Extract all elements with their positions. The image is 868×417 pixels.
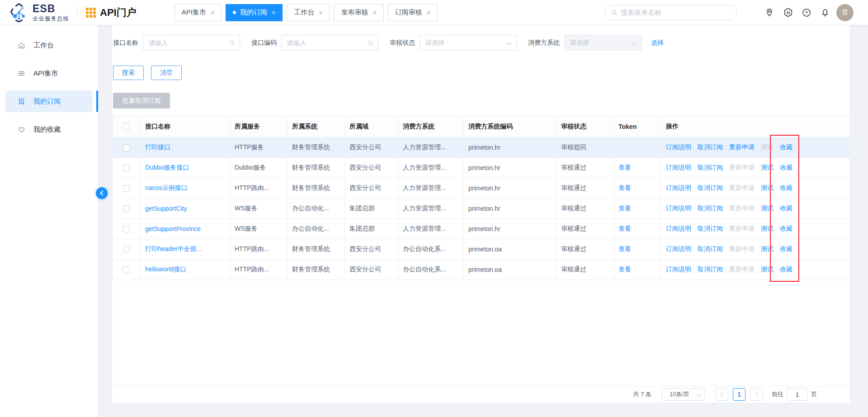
sidebar-item-my-subscriptions[interactable]: 我的订阅 (5, 90, 93, 112)
table-header-row: 接口名称所属服务所属系统所属域消费方系统消费方系统编码审核状态Token操作 (113, 116, 850, 137)
row-checkbox[interactable] (123, 205, 130, 212)
action-subscription-note[interactable]: 订阅说明 (666, 143, 692, 152)
row-checkbox[interactable] (123, 165, 130, 171)
menu-search[interactable] (605, 5, 737, 20)
cell-domain: 西安分公司 (345, 158, 398, 178)
api-name-link[interactable]: helloworld接口 (145, 265, 186, 273)
active-tab-bullet (233, 11, 236, 14)
subscriptions-table: 接口名称所属服务所属系统所属域消费方系统消费方系统编码审核状态Token操作 打… (112, 115, 850, 280)
column-header: Token (614, 116, 661, 137)
action-test[interactable]: 测试 (761, 164, 774, 172)
action-test[interactable]: 测试 (761, 265, 774, 274)
action-favorite[interactable]: 收藏 (780, 204, 793, 213)
menu-search-input[interactable] (621, 9, 731, 16)
action-reapply[interactable]: 重新申请 (729, 143, 755, 152)
cell-consumer: 人力资源管理... (398, 178, 464, 199)
sidebar-item-workbench[interactable]: 工作台 (5, 34, 93, 56)
sidebar-item-api-market[interactable]: API集市 (5, 62, 93, 84)
clear-button[interactable]: 清空 (151, 66, 182, 80)
filter-input-api-name[interactable] (143, 35, 240, 51)
header-tab-1[interactable]: API集市× (175, 4, 222, 21)
page-size-select[interactable]: 10条/页 (661, 388, 705, 401)
action-subscription-note[interactable]: 订阅说明 (666, 184, 692, 192)
batch-cancel-button: 批量取消订阅 (113, 93, 170, 109)
row-checkbox[interactable] (123, 226, 130, 232)
close-icon[interactable]: × (211, 9, 214, 16)
close-icon[interactable]: × (319, 9, 322, 16)
action-reapply: 重新申请 (729, 245, 755, 253)
action-cancel-subscription[interactable]: 取消订阅 (698, 265, 724, 274)
cell-consumer: 人力资源管理... (398, 219, 464, 239)
filter-select-audit-status[interactable]: 请选择 (420, 35, 517, 51)
api-name-link[interactable]: 打印接口 (145, 143, 170, 151)
api-name-link[interactable]: getSupportProvince (145, 225, 201, 232)
table-row: Dubbo服务接口Dubbo服务财务管理系统西安分公司人力资源管理...prim… (113, 158, 850, 178)
close-icon[interactable]: × (373, 9, 376, 16)
row-checkbox[interactable] (123, 266, 130, 273)
api-name-link[interactable]: getSupportCity (145, 205, 187, 212)
action-cancel-subscription[interactable]: 取消订阅 (698, 245, 724, 253)
action-cancel-subscription[interactable]: 取消订阅 (698, 204, 724, 213)
chevron-down-icon (506, 40, 511, 45)
action-subscription-note[interactable]: 订阅说明 (666, 225, 692, 233)
action-subscription-note[interactable]: 订阅说明 (666, 204, 692, 213)
header-tab-5[interactable]: 订阅审核× (388, 4, 438, 21)
tab-label: 发布审核 (341, 8, 368, 17)
action-cancel-subscription[interactable]: 取消订阅 (698, 143, 724, 152)
action-favorite[interactable]: 收藏 (780, 225, 793, 233)
action-cancel-subscription[interactable]: 取消订阅 (698, 184, 724, 192)
header-tab-4[interactable]: 发布审核× (334, 4, 383, 21)
column-header: 消费方系统 (398, 116, 464, 137)
api-name-link[interactable]: nacos示例接口 (145, 184, 187, 191)
cell-domain: 集团总部 (345, 199, 398, 219)
action-subscription-note[interactable]: 订阅说明 (666, 164, 692, 172)
header-tab-2[interactable]: 我的订阅× (226, 4, 283, 21)
page-button-1[interactable]: 1 (733, 388, 745, 401)
action-favorite[interactable]: 收藏 (780, 265, 793, 274)
api-name-link[interactable]: Dubbo服务接口 (145, 164, 189, 171)
action-subscription-note[interactable]: 订阅说明 (666, 265, 692, 274)
sidebar-item-my-favorites[interactable]: 我的收藏 (5, 118, 93, 140)
action-favorite[interactable]: 收藏 (780, 184, 793, 192)
cell-system: 财务管理系统 (288, 239, 345, 260)
row-checkbox[interactable] (123, 246, 130, 253)
sidebar-collapse-button[interactable] (96, 187, 108, 199)
token-view-link[interactable]: 查看 (618, 184, 631, 191)
token-view-link[interactable]: 查看 (618, 265, 631, 273)
row-checkbox[interactable] (123, 144, 130, 151)
filter-input-api-code[interactable] (281, 35, 378, 51)
action-favorite[interactable]: 收藏 (780, 143, 793, 152)
action-cancel-subscription[interactable]: 取消订阅 (698, 164, 724, 172)
token-view-link[interactable]: 查看 (618, 204, 631, 212)
user-avatar[interactable]: 管 (836, 4, 854, 21)
api-name-link[interactable]: 打印header中全部... (145, 245, 202, 252)
cell-domain: 西安分公司 (345, 137, 398, 158)
row-checkbox[interactable] (123, 185, 130, 192)
token-view-link[interactable]: 查看 (618, 245, 631, 252)
header-tab-3[interactable]: 工作台× (287, 4, 330, 21)
action-test[interactable]: 测试 (761, 225, 774, 233)
ai-icon[interactable]: AI (783, 7, 793, 18)
cell-service: HTTP路由... (230, 239, 288, 260)
action-test[interactable]: 测试 (761, 204, 774, 213)
cell-service: Dubbo服务 (230, 158, 288, 178)
actions-cell: 订阅说明取消订阅重新申请测试收藏 (661, 219, 850, 239)
location-icon[interactable] (764, 7, 775, 18)
action-favorite[interactable]: 收藏 (780, 245, 793, 253)
action-favorite[interactable]: 收藏 (780, 164, 793, 172)
goto-page-input[interactable] (787, 388, 807, 401)
select-consumer-link[interactable]: 选择 (651, 39, 664, 47)
token-view-link[interactable]: 查看 (618, 225, 631, 232)
action-test[interactable]: 测试 (761, 184, 774, 192)
help-icon[interactable]: ? (801, 7, 812, 18)
action-cancel-subscription[interactable]: 取消订阅 (698, 225, 724, 233)
action-test[interactable]: 测试 (761, 245, 774, 253)
select-all-checkbox[interactable] (123, 123, 130, 130)
cell-code: primeton.hr (464, 178, 557, 199)
bell-icon[interactable] (820, 7, 830, 18)
token-view-link[interactable]: 查看 (618, 164, 631, 171)
action-subscription-note[interactable]: 订阅说明 (666, 245, 692, 253)
close-icon[interactable]: × (272, 9, 275, 16)
close-icon[interactable]: × (427, 9, 430, 16)
search-button[interactable]: 搜索 (113, 66, 144, 80)
